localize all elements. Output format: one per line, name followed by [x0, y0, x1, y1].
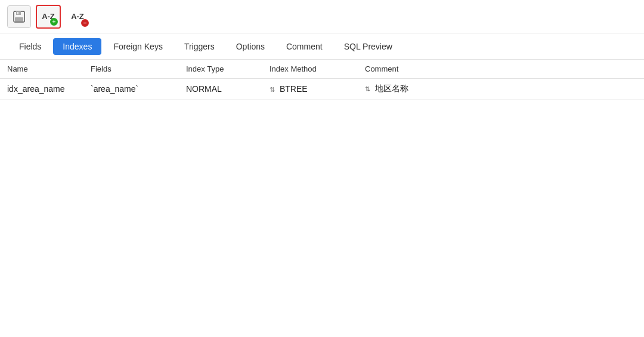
table-header-row: Name Fields Index Type Index Method Comm…: [0, 60, 644, 79]
indexes-table: Name Fields Index Type Index Method Comm…: [0, 60, 644, 100]
remove-index-button[interactable]: A-Z –: [66, 5, 89, 28]
col-header-index-type: Index Type: [179, 60, 262, 79]
table-row[interactable]: idx_area_name `area_name` NORMAL ⇅ BTREE…: [0, 79, 644, 100]
indexes-table-container: Name Fields Index Type Index Method Comm…: [0, 60, 644, 337]
col-header-name: Name: [0, 60, 83, 79]
comment-sort-icon: ⇅: [365, 85, 370, 93]
add-badge: +: [50, 18, 58, 26]
comment-value: 地区名称: [375, 84, 408, 93]
col-header-fields: Fields: [83, 60, 179, 79]
tab-indexes[interactable]: Indexes: [53, 38, 101, 55]
tab-triggers[interactable]: Triggers: [175, 38, 224, 55]
add-index-button[interactable]: A-Z +: [36, 5, 61, 29]
col-header-comment: Comment: [358, 60, 644, 79]
cell-comment: ⇅ 地区名称: [358, 79, 644, 100]
col-header-index-method: Index Method: [262, 60, 358, 79]
cell-index-method: ⇅ BTREE: [262, 79, 358, 100]
svg-rect-2: [15, 17, 23, 21]
tab-options[interactable]: Options: [227, 38, 274, 55]
cell-index-type: NORMAL: [179, 79, 262, 100]
tab-foreign-keys[interactable]: Foreign Keys: [104, 38, 172, 55]
tab-fields[interactable]: Fields: [10, 38, 51, 55]
tab-sql-preview[interactable]: SQL Preview: [335, 38, 402, 55]
save-icon: [13, 10, 26, 23]
index-method-value: BTREE: [280, 84, 308, 94]
save-button[interactable]: [7, 5, 31, 28]
cell-name: idx_area_name: [0, 79, 83, 100]
remove-index-label: A-Z: [71, 13, 84, 20]
main-content: Fields Indexes Foreign Keys Triggers Opt…: [0, 33, 644, 337]
tab-comment[interactable]: Comment: [277, 38, 332, 55]
tab-bar: Fields Indexes Foreign Keys Triggers Opt…: [0, 33, 644, 60]
toolbar: A-Z + A-Z –: [0, 0, 644, 33]
sort-icon: ⇅: [270, 86, 275, 94]
cell-fields: `area_name`: [83, 79, 179, 100]
svg-rect-3: [17, 12, 18, 14]
remove-badge: –: [81, 19, 89, 27]
